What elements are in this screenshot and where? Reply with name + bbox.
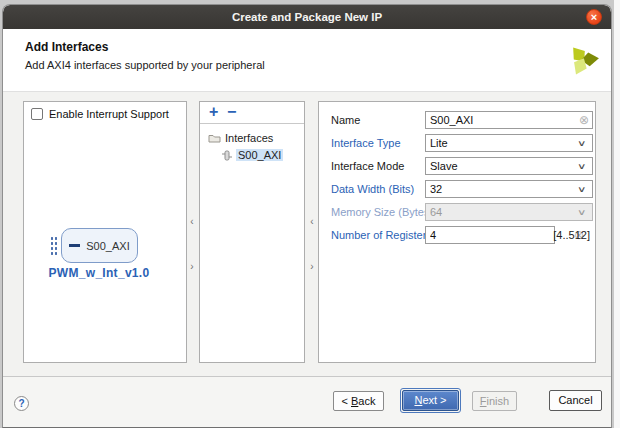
page-subtitle: Add AXI4 interfaces supported by your pe… — [25, 59, 265, 71]
interface-type-label[interactable]: Interface Type — [331, 134, 401, 152]
page-title: Add Interfaces — [25, 40, 108, 54]
enable-interrupt-label: Enable Interrupt Support — [49, 108, 169, 120]
remove-interface-button[interactable]: − — [227, 102, 236, 122]
wizard-footer: ? < Back Next > Finish Cancel — [3, 377, 611, 428]
clear-icon[interactable]: ⊗ — [577, 112, 592, 128]
interrupt-preview-panel: Enable Interrupt Support S00_AXI PWM_w_I… — [23, 101, 187, 363]
data-width-row: Data Width (Bits) 32 ∨ — [319, 180, 595, 198]
tree-root-label: Interfaces — [225, 132, 273, 144]
ip-name-label: PWM_w_Int_v1.0 — [29, 266, 169, 280]
close-icon: × — [591, 11, 597, 23]
bus-port-icon — [69, 244, 80, 247]
interface-type-value: Lite — [426, 137, 578, 149]
memory-size-select: 64 ∨ — [425, 203, 593, 221]
name-field[interactable] — [426, 113, 577, 127]
tree-child-label: S00_AXI — [236, 149, 283, 161]
num-registers-label[interactable]: Number of Registers — [331, 226, 432, 244]
memory-size-row: Memory Size (Bytes) 64 ∨ — [319, 203, 595, 221]
chevron-down-icon: ∨ — [574, 208, 596, 217]
add-interface-button[interactable]: + — [209, 102, 218, 122]
close-button[interactable]: × — [586, 9, 602, 25]
tree-item-s00-axi[interactable]: S00_AXI — [222, 149, 283, 161]
num-registers-row: Number of Registers ⊗ [4..512] — [319, 226, 595, 244]
expand-right-icon[interactable]: › — [188, 262, 196, 272]
cancel-button[interactable]: Cancel — [549, 390, 602, 411]
collapse-left-icon[interactable]: ‹ — [188, 217, 196, 227]
back-button[interactable]: < Back — [333, 391, 384, 411]
background-strip — [614, 0, 620, 428]
ip-block-diagram[interactable]: S00_AXI — [61, 228, 138, 263]
interface-mode-select[interactable]: Slave ∨ — [425, 157, 593, 175]
help-button[interactable]: ? — [14, 396, 29, 411]
registers-range-hint: [4..512] — [553, 226, 590, 244]
finish-button: Finish — [472, 391, 517, 411]
chevron-down-icon: ∨ — [574, 139, 596, 148]
dialog-titlebar[interactable]: Create and Package New IP × — [3, 5, 611, 29]
interface-type-select[interactable]: Lite ∨ — [425, 134, 593, 152]
interfaces-toolbar: + − — [200, 102, 304, 124]
enable-interrupt-row: Enable Interrupt Support — [31, 108, 169, 120]
enable-interrupt-checkbox[interactable] — [31, 108, 43, 120]
dialog-title: Create and Package New IP — [3, 5, 611, 29]
tree-item-interfaces[interactable]: Interfaces — [208, 132, 273, 144]
port-pins-icon — [50, 236, 58, 256]
interface-mode-row: Interface Mode Slave ∨ — [319, 157, 595, 175]
interface-mode-label: Interface Mode — [331, 157, 404, 175]
xilinx-logo-icon — [565, 41, 599, 79]
name-label: Name — [331, 111, 360, 129]
create-and-package-new-ip-dialog: Create and Package New IP × Add Interfac… — [2, 4, 612, 428]
interface-icon — [222, 150, 232, 161]
name-input[interactable]: ⊗ — [425, 111, 593, 129]
chevron-down-icon: ∨ — [574, 185, 596, 194]
num-registers-input[interactable]: ⊗ — [425, 226, 555, 244]
interface-mode-value: Slave — [426, 160, 578, 172]
name-row: Name ⊗ — [319, 111, 595, 129]
folder-icon — [208, 133, 221, 143]
data-width-value: 32 — [426, 183, 578, 195]
data-width-select[interactable]: 32 ∨ — [425, 180, 593, 198]
wizard-header: Add Interfaces Add AXI4 interfaces suppo… — [3, 29, 611, 92]
memory-size-value: 64 — [426, 206, 578, 218]
data-width-label[interactable]: Data Width (Bits) — [331, 180, 414, 198]
chevron-down-icon: ∨ — [574, 162, 596, 171]
help-icon: ? — [18, 398, 24, 409]
interface-type-row: Interface Type Lite ∨ — [319, 134, 595, 152]
block-port-label: S00_AXI — [86, 240, 129, 252]
interface-properties-panel: Name ⊗ Interface Type Lite ∨ Interface M… — [318, 101, 596, 363]
expand-right-icon[interactable]: › — [308, 262, 316, 272]
next-button-focus-ring: Next > — [400, 388, 461, 413]
collapse-left-icon[interactable]: ‹ — [308, 217, 316, 227]
interfaces-tree-panel: + − Interfaces S00_AXI — [199, 101, 305, 363]
num-registers-field[interactable] — [426, 228, 572, 242]
next-button[interactable]: Next > — [402, 390, 459, 411]
memory-size-label: Memory Size (Bytes) — [331, 203, 433, 221]
